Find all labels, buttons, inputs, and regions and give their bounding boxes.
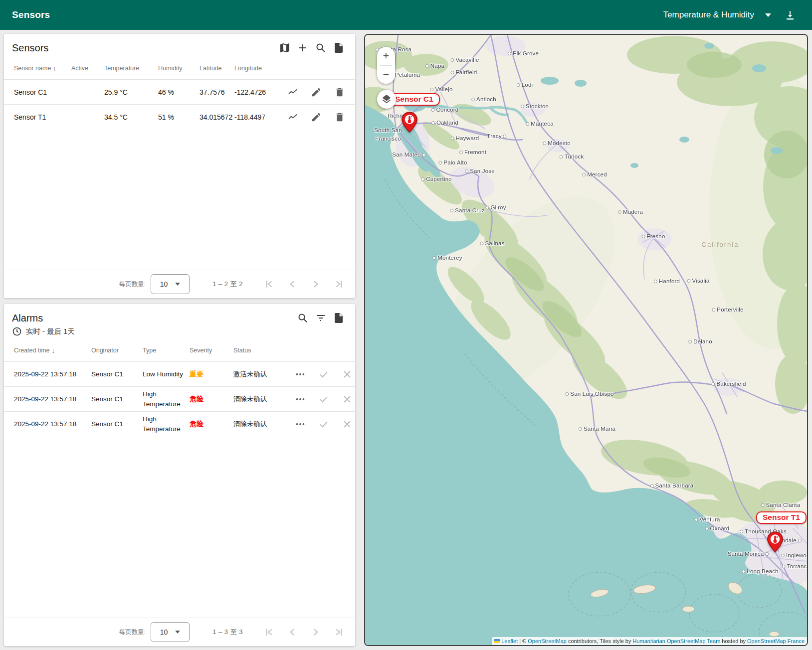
col-originator[interactable]: Originator — [91, 347, 143, 354]
filter-icon[interactable] — [314, 312, 327, 325]
timeseries-chart-icon[interactable] — [287, 112, 298, 123]
alarms-table-header: Created time ↓ Originator Type Severity … — [4, 339, 355, 361]
table-row: 2025-09-22 13:57:18 Sensor C1 High Tempe… — [4, 411, 355, 436]
more-actions-icon[interactable] — [295, 419, 306, 430]
next-page-icon[interactable] — [311, 279, 321, 289]
alarms-card-title: Alarms — [12, 313, 43, 324]
sensor-longitude: -118.4497 — [234, 113, 279, 121]
ack-check-icon[interactable] — [318, 369, 329, 380]
alarms-widget: Alarms 实时 - 最后 1天 Created time ↓ Origina… — [4, 304, 355, 646]
col-status[interactable]: Status — [233, 347, 295, 354]
export-icon[interactable] — [332, 41, 345, 54]
page-size-select[interactable]: 10 — [151, 274, 190, 294]
prev-page-icon[interactable] — [287, 279, 297, 289]
map-attribution: Leaflet | © OpenStreetMap contributors, … — [492, 637, 807, 645]
sensor-temperature: 34.5 °C — [104, 113, 158, 121]
map-canvas[interactable]: Santa RosaElk GroveVacavilleNapaFairfiel… — [365, 35, 807, 645]
col-severity[interactable]: Severity — [190, 347, 233, 354]
osm-france-link[interactable]: OpenStreetMap France — [747, 638, 805, 644]
timeseries-chart-icon[interactable] — [287, 87, 298, 98]
page-range-label: 1 – 2 至 2 — [212, 280, 243, 289]
alarm-originator: Sensor C1 — [91, 395, 143, 403]
sort-asc-icon: ↑ — [53, 65, 56, 72]
sensor-latitude: 37.7576 — [200, 88, 234, 96]
page-size-select[interactable]: 10 — [151, 622, 190, 642]
page-title: Sensors — [12, 9, 50, 20]
search-icon[interactable] — [314, 41, 327, 54]
osm-link[interactable]: OpenStreetMap — [528, 638, 567, 644]
table-row: Sensor C1 25.9 °C 46 % 37.7576 -122.4726 — [4, 79, 355, 104]
layers-icon — [381, 94, 392, 105]
more-actions-icon[interactable] — [295, 369, 306, 380]
download-icon[interactable] — [784, 8, 797, 21]
chevron-down-icon — [765, 13, 771, 17]
zoom-in-button[interactable]: + — [377, 47, 395, 65]
dashboard-state-select[interactable]: Temperature & Humidity — [663, 10, 771, 20]
sensor-humidity: 46 % — [158, 88, 200, 96]
page-size-label: 每页数量: — [119, 280, 146, 289]
edit-icon[interactable] — [311, 87, 322, 98]
sensor-marker-pin[interactable] — [401, 112, 418, 133]
dashboard-state-label: Temperature & Humidity — [663, 10, 754, 20]
export-icon[interactable] — [332, 312, 345, 325]
alarm-severity: 重要 — [190, 370, 233, 379]
alarm-status: 清除未确认 — [233, 420, 295, 429]
prev-page-icon[interactable] — [287, 627, 297, 637]
table-row: Sensor T1 34.5 °C 51 % 34.015672 -118.44… — [4, 104, 355, 129]
first-page-icon[interactable] — [264, 627, 274, 637]
col-created-time[interactable]: Created time ↓ — [14, 347, 91, 354]
alarm-originator: Sensor C1 — [91, 420, 143, 428]
clear-close-icon[interactable] — [342, 419, 353, 430]
map-zoom-control: + − — [377, 47, 395, 84]
sensor-temperature: 25.9 °C — [104, 88, 158, 96]
alarm-time: 2025-09-22 13:57:18 — [14, 395, 91, 403]
sensor-marker-pin[interactable] — [766, 531, 784, 552]
clear-close-icon[interactable] — [342, 394, 353, 405]
delete-icon[interactable] — [334, 112, 345, 123]
col-sensor-name[interactable]: Sensor name ↑ — [14, 65, 71, 72]
zoom-out-button[interactable]: − — [377, 66, 395, 84]
layers-button[interactable] — [377, 90, 396, 109]
clear-close-icon[interactable] — [342, 369, 353, 380]
edit-icon[interactable] — [311, 112, 322, 123]
page-size-label: 每页数量: — [119, 628, 146, 637]
col-longitude[interactable]: Longitude — [234, 65, 279, 72]
search-icon[interactable] — [296, 312, 309, 325]
col-temperature[interactable]: Temperature — [104, 65, 158, 72]
sensor-name: Sensor C1 — [14, 88, 71, 96]
time-window-label: 实时 - 最后 1天 — [26, 327, 74, 336]
last-page-icon[interactable] — [334, 627, 344, 637]
sensor-latitude: 34.015672 — [200, 113, 234, 121]
delete-icon[interactable] — [334, 87, 345, 98]
map-widget: Santa RosaElk GroveVacavilleNapaFairfiel… — [364, 34, 808, 646]
alarm-type: High Temperature — [143, 389, 190, 409]
sensor-longitude: -122.4726 — [234, 88, 279, 96]
flag-icon — [494, 639, 500, 643]
col-latitude[interactable]: Latitude — [200, 65, 234, 72]
alarm-status: 激活未确认 — [233, 370, 295, 379]
sensor-marker-label[interactable]: Sensor C1 — [389, 93, 440, 106]
next-page-icon[interactable] — [311, 627, 321, 637]
chevron-down-icon — [175, 631, 180, 634]
alarms-time-window[interactable]: 实时 - 最后 1天 — [4, 325, 355, 339]
ack-check-icon[interactable] — [318, 394, 329, 405]
alarm-type: Low Humidity — [143, 369, 190, 379]
leaflet-link[interactable]: Leaflet — [501, 638, 518, 644]
alarm-severity: 危险 — [190, 395, 233, 404]
add-icon[interactable] — [296, 41, 309, 54]
alarm-originator: Sensor C1 — [91, 370, 143, 378]
map-icon[interactable] — [278, 41, 291, 54]
alarm-time: 2025-09-22 13:57:18 — [14, 420, 91, 428]
more-actions-icon[interactable] — [295, 394, 306, 405]
col-active[interactable]: Active — [71, 65, 104, 72]
last-page-icon[interactable] — [334, 279, 344, 289]
app-header: Sensors Temperature & Humidity — [0, 0, 812, 30]
first-page-icon[interactable] — [264, 279, 274, 289]
col-type[interactable]: Type — [143, 347, 190, 354]
sensor-marker-label[interactable]: Sensor T1 — [756, 511, 807, 524]
sensors-pagination: 每页数量: 10 1 – 2 至 2 — [4, 270, 355, 298]
table-row: 2025-09-22 13:57:18 Sensor C1 Low Humidi… — [4, 361, 355, 386]
col-humidity[interactable]: Humidity — [158, 65, 200, 72]
hot-link[interactable]: Humanitarian OpenStreetMap Team — [632, 638, 720, 644]
ack-check-icon[interactable] — [318, 419, 329, 430]
